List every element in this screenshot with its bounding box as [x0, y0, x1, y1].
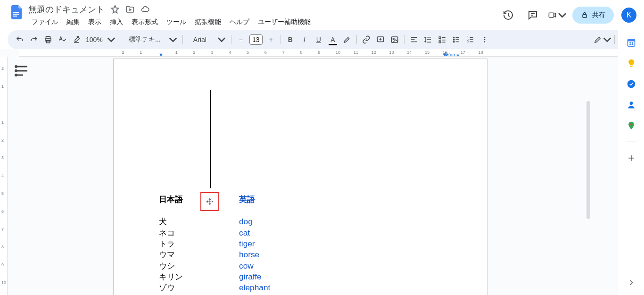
svg-point-24 — [16, 75, 17, 76]
header-en: 英語 — [239, 194, 255, 205]
bulleted-list-button[interactable] — [450, 33, 463, 46]
text-color-button[interactable]: A — [326, 33, 339, 46]
word-jp: ゾウ — [159, 282, 239, 293]
word-jp: トラ — [159, 238, 239, 249]
svg-point-10 — [393, 38, 394, 40]
drawing-move-handle[interactable] — [200, 192, 219, 211]
svg-point-29 — [629, 101, 633, 105]
svg-point-15 — [453, 41, 454, 42]
word-row: ウマhorse — [159, 249, 442, 260]
meet-button[interactable] — [548, 6, 567, 25]
editing-mode-button[interactable] — [594, 33, 611, 46]
document-canvas[interactable]: 日本語 英語 犬dogネコcatトラtigerウマhorseウシcowキリンgi… — [19, 57, 618, 295]
word-en: cow — [239, 261, 254, 271]
maps-icon[interactable] — [627, 121, 636, 130]
menu-extensions[interactable]: 拡張機能 — [191, 16, 224, 28]
svg-rect-1 — [13, 14, 19, 15]
paragraph-style-select[interactable]: 標準テキ... — [124, 33, 165, 46]
insert-link-button[interactable] — [360, 33, 373, 46]
svg-text:3: 3 — [467, 41, 469, 43]
app-header: 無題のドキュメント ファイル 編集 表示 挿入 表示形式 ツール 拡張機能 ヘル… — [0, 0, 644, 27]
star-icon[interactable] — [110, 5, 120, 14]
spellcheck-button[interactable] — [56, 33, 69, 46]
add-addon-icon[interactable] — [627, 153, 636, 163]
menu-accessibility[interactable]: ユーザー補助機能 — [255, 16, 314, 28]
word-jp: ネコ — [159, 228, 239, 238]
svg-point-23 — [16, 70, 17, 72]
menu-edit[interactable]: 編集 — [63, 16, 83, 28]
contacts-icon[interactable] — [627, 100, 636, 110]
share-button[interactable]: 共有 — [572, 7, 614, 24]
history-icon[interactable] — [499, 6, 518, 25]
share-label: 共有 — [592, 11, 605, 19]
calendar-icon[interactable]: 31 — [627, 38, 636, 47]
font-size-inc[interactable]: + — [264, 33, 278, 46]
font-select[interactable]: Arial — [186, 33, 214, 46]
print-button[interactable] — [41, 33, 55, 46]
highlight-button[interactable] — [340, 33, 354, 46]
style-caret-icon[interactable] — [166, 33, 180, 46]
font-caret-icon[interactable] — [215, 33, 228, 46]
menu-file[interactable]: ファイル — [28, 16, 61, 28]
scrollbar[interactable] — [586, 101, 590, 219]
word-en: dog — [239, 216, 253, 227]
svg-text:31: 31 — [629, 41, 634, 46]
word-jp: キリン — [159, 271, 239, 282]
word-en: tiger — [239, 238, 255, 249]
comments-icon[interactable] — [523, 6, 542, 25]
svg-rect-3 — [549, 13, 553, 17]
zoom-caret-icon[interactable] — [105, 33, 118, 46]
word-jp: 犬 — [159, 216, 239, 227]
hide-sidepanel-icon[interactable] — [627, 278, 636, 287]
horizontal-ruler[interactable]: ▼ �újmy 21123456789101112131415161718 — [19, 49, 618, 57]
cloud-status-icon[interactable] — [140, 5, 150, 14]
numbered-list-button[interactable]: 123 — [464, 33, 477, 46]
svg-rect-12 — [439, 41, 441, 43]
redo-button[interactable] — [27, 33, 41, 46]
line-spacing-button[interactable] — [421, 33, 435, 46]
svg-rect-11 — [439, 37, 441, 39]
svg-point-14 — [453, 39, 454, 40]
word-en: cat — [239, 228, 250, 238]
svg-rect-0 — [13, 12, 19, 13]
header-jp: 日本語 — [159, 194, 239, 205]
more-toolbar-icon[interactable] — [478, 33, 491, 46]
paint-format-button[interactable] — [70, 33, 83, 46]
page[interactable]: 日本語 英語 犬dogネコcatトラtigerウマhorseウシcowキリンgi… — [113, 59, 487, 295]
word-jp: ウシ — [159, 261, 239, 271]
menu-format[interactable]: 表示形式 — [128, 16, 161, 28]
word-row: ネコcat — [159, 228, 442, 238]
menu-help[interactable]: ヘルプ — [226, 16, 253, 28]
menu-insert[interactable]: 挿入 — [107, 16, 126, 28]
svg-point-30 — [630, 123, 632, 125]
italic-button[interactable]: I — [298, 33, 311, 46]
word-en: horse — [239, 249, 259, 260]
align-button[interactable] — [407, 33, 421, 46]
word-row: トラtiger — [159, 238, 442, 249]
undo-button[interactable] — [13, 33, 26, 46]
move-folder-icon[interactable] — [125, 5, 135, 14]
keep-icon[interactable] — [627, 59, 636, 68]
svg-rect-2 — [13, 16, 17, 17]
menu-tools[interactable]: ツール — [163, 16, 190, 28]
word-row: キリンgiraffe — [159, 271, 442, 282]
doc-title[interactable]: 無題のドキュメント — [28, 4, 105, 15]
account-avatar[interactable]: K — [621, 8, 636, 23]
font-size-input[interactable] — [249, 34, 263, 45]
docs-logo[interactable] — [8, 4, 25, 21]
checklist-button[interactable] — [436, 33, 449, 46]
underline-button[interactable]: U — [312, 33, 325, 46]
menu-view[interactable]: 表示 — [85, 16, 105, 28]
zoom-select[interactable]: 100% — [84, 33, 105, 46]
vertical-ruler[interactable]: 211234567891011 — [0, 57, 8, 295]
insert-image-button[interactable] — [388, 33, 401, 46]
insert-comment-button[interactable] — [374, 33, 387, 46]
menu-bar: ファイル 編集 表示 挿入 表示形式 ツール 拡張機能 ヘルプ ユーザー補助機能 — [28, 16, 499, 28]
drawing-line[interactable] — [210, 90, 211, 188]
svg-point-22 — [16, 66, 17, 67]
tasks-icon[interactable] — [627, 79, 636, 89]
font-size-dec[interactable]: − — [234, 33, 248, 46]
bold-button[interactable]: B — [284, 33, 297, 46]
side-panel: 31 — [618, 30, 644, 295]
word-row: ウシcow — [159, 261, 442, 271]
